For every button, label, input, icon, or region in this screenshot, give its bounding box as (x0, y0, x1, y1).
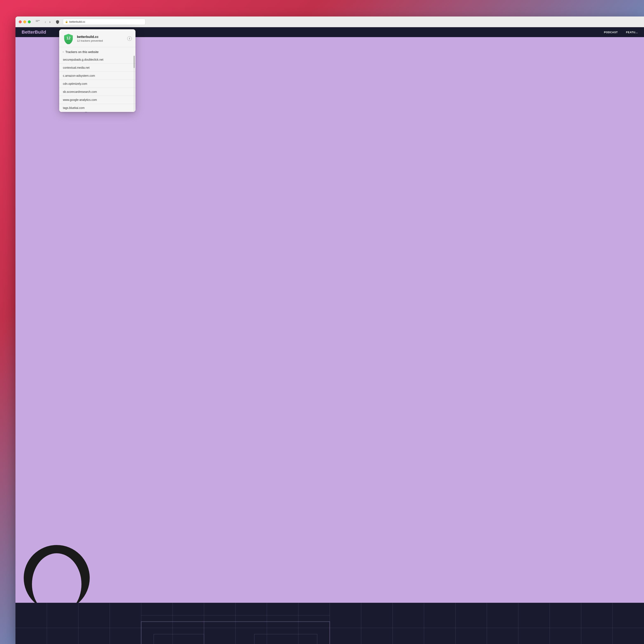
chevron-down-icon: › (62, 52, 65, 52)
popup-header: 12 betterbuild.cc 12 trackers prevented … (59, 29, 135, 47)
tracker-count-badge: 12 (66, 36, 71, 40)
brand-text: BetterBu (22, 29, 41, 35)
tracker-domain: c.amazon-adsystem.com (63, 74, 95, 77)
popup-body: › Trackers on this website securepubads.… (59, 47, 135, 112)
tracker-domain: www.google-analytics.com (63, 98, 97, 101)
tracker-item: sb.scorecardresearch.com (59, 88, 135, 96)
tracker-domain: contextual.media.net (63, 66, 89, 69)
forward-button[interactable]: › (48, 20, 51, 24)
address-bar[interactable]: 🔒 betterbuild.cc (63, 19, 145, 25)
tracker-domain: sb.scorecardresearch.com (63, 90, 97, 93)
minimize-button[interactable] (23, 20, 26, 23)
popup-header-text: betterbuild.cc 12 trackers prevented (77, 35, 124, 42)
shield-button[interactable] (55, 19, 60, 25)
tracker-domain: securepubads.g.doubleclick.net (63, 58, 103, 61)
tracker-item: securepubads.g.doubleclick.net (59, 56, 135, 64)
tracker-item: contextual.media.net (59, 64, 135, 72)
trackers-list: securepubads.g.doubleclick.net contextua… (59, 56, 135, 112)
traffic-lights (19, 20, 31, 23)
browser-window: ‹ › 🔒 betterbuild.cc BetterBuild PODCAST… (15, 16, 223, 223)
tracker-popup: 12 betterbuild.cc 12 trackers prevented … (59, 29, 135, 112)
trackers-section-header[interactable]: › Trackers on this website (59, 47, 135, 56)
popup-subtitle: 12 trackers prevented (77, 39, 124, 42)
sidebar-toggle-button[interactable] (36, 20, 40, 24)
shield-icon (55, 20, 60, 24)
back-button[interactable]: ‹ (44, 20, 47, 24)
title-bar: ‹ › 🔒 betterbuild.cc (15, 16, 223, 27)
tracker-domain: tags.bluekai.com (63, 106, 85, 109)
site-brand: BetterBuild (22, 29, 46, 35)
popup-domain: betterbuild.cc (77, 35, 124, 39)
nav-buttons: ‹ › (44, 20, 51, 24)
trackers-section-title: Trackers on this website (65, 50, 99, 54)
info-button[interactable]: i (127, 36, 132, 41)
scroll-thumb[interactable] (134, 56, 135, 68)
tracker-item: cdn.optimizely.com (59, 80, 135, 88)
sidebar-toggle-icon (36, 20, 40, 21)
tracker-item: www.google-analytics.com (59, 96, 135, 104)
close-button[interactable] (19, 20, 22, 23)
sidebar-toggle-icon (36, 21, 38, 22)
tracker-domain: cdn.optimizely.com (63, 82, 87, 85)
tracker-item: tags.bluekai.com (59, 104, 135, 112)
shield-badge: 12 (63, 33, 74, 44)
maximize-button[interactable] (28, 20, 31, 23)
url-text: betterbuild.cc (69, 20, 85, 23)
scroll-track (134, 56, 135, 112)
lock-icon: 🔒 (65, 20, 68, 23)
brand-highlight: ild (41, 29, 46, 35)
tracker-item: c.amazon-adsystem.com (59, 72, 135, 80)
